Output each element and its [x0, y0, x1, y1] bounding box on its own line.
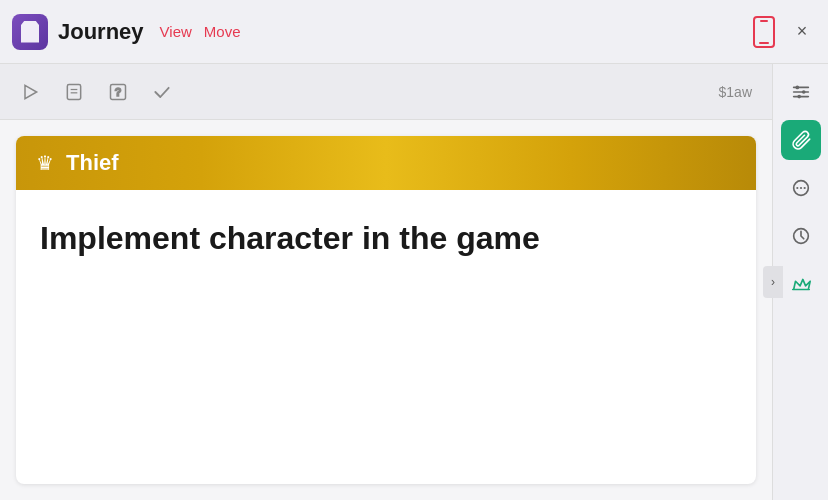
svg-point-17	[799, 187, 801, 189]
sidebar-collapse-button[interactable]: ›	[763, 266, 783, 298]
question-button[interactable]: ?	[108, 82, 128, 102]
main-layout: ? $1aw ♛ Thief Implement character in th…	[0, 64, 828, 500]
document-heading: Implement character in the game	[40, 218, 732, 258]
app-logo	[12, 14, 48, 50]
banner-crown-icon: ♛	[36, 151, 54, 175]
banner: ♛ Thief	[16, 136, 756, 190]
right-sidebar: ›	[772, 64, 828, 500]
svg-marker-3	[25, 85, 37, 98]
check-button[interactable]	[152, 82, 172, 102]
svg-point-14	[797, 95, 801, 99]
document-content: Implement character in the game	[16, 190, 756, 286]
menu-view[interactable]: View	[160, 23, 192, 40]
attachment-button[interactable]	[781, 120, 821, 160]
phone-icon[interactable]	[748, 16, 780, 48]
close-button[interactable]: ×	[788, 18, 816, 46]
history-button[interactable]	[781, 216, 821, 256]
menu-move[interactable]: Move	[204, 23, 241, 40]
card-button[interactable]	[64, 82, 84, 102]
play-button[interactable]	[20, 82, 40, 102]
banner-title: Thief	[66, 150, 119, 176]
svg-rect-4	[67, 84, 80, 99]
svg-point-13	[801, 90, 805, 94]
crown-button[interactable]	[781, 264, 821, 304]
chat-button[interactable]	[781, 168, 821, 208]
svg-text:?: ?	[115, 86, 122, 98]
svg-point-16	[796, 187, 798, 189]
title-bar: Journey View Move ×	[0, 0, 828, 64]
shortcut-label: $1aw	[719, 84, 752, 100]
svg-point-18	[803, 187, 805, 189]
svg-point-12	[795, 86, 799, 90]
filters-button[interactable]	[781, 72, 821, 112]
content-area: ? $1aw ♛ Thief Implement character in th…	[0, 64, 772, 500]
app-title: Journey	[58, 19, 144, 45]
toolbar: ? $1aw	[0, 64, 772, 120]
document-area: ♛ Thief Implement character in the game	[16, 136, 756, 484]
